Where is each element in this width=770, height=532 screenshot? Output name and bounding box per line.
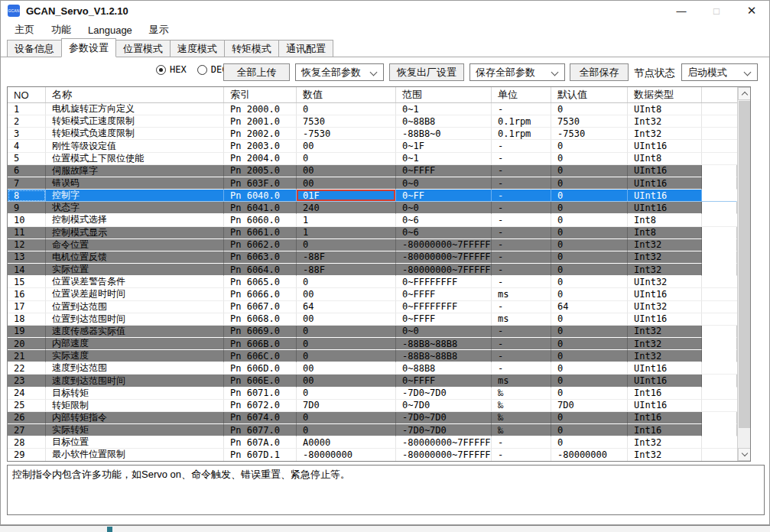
- hex-radio-dot[interactable]: [156, 65, 166, 75]
- table-cell[interactable]: ‰: [492, 424, 551, 436]
- table-cell[interactable]: 最小软件位置限制: [46, 449, 224, 461]
- table-cell[interactable]: UInt16: [628, 288, 702, 300]
- table-cell[interactable]: 20: [8, 338, 46, 350]
- table-cell[interactable]: -88F: [297, 264, 396, 276]
- table-cell[interactable]: 控制字: [46, 190, 224, 202]
- table-cell[interactable]: Int32: [628, 128, 702, 140]
- table-cell[interactable]: UInt16: [628, 177, 702, 190]
- table-cell[interactable]: 0: [297, 153, 396, 165]
- upload-all-button[interactable]: 全部上传: [223, 63, 290, 81]
- table-cell[interactable]: [702, 375, 737, 387]
- table-cell[interactable]: 0: [551, 227, 628, 239]
- table-cell[interactable]: 7D0: [551, 400, 628, 412]
- table-cell[interactable]: [702, 165, 737, 177]
- table-cell[interactable]: 0~6: [396, 227, 492, 239]
- table-cell[interactable]: 00: [297, 140, 396, 152]
- table-cell[interactable]: 0: [297, 239, 396, 251]
- table-cell[interactable]: 0: [551, 264, 628, 276]
- table-cell[interactable]: UInt16: [628, 140, 702, 152]
- table-cell[interactable]: 00: [297, 288, 396, 300]
- scroll-up-button[interactable]: [738, 87, 751, 100]
- menu-item-display[interactable]: 显示: [149, 23, 169, 37]
- table-cell[interactable]: 14: [8, 264, 46, 276]
- tab-comm-config[interactable]: 通讯配置: [278, 40, 333, 57]
- column-header[interactable]: 数据类型: [628, 87, 702, 102]
- table-row[interactable]: 4刚性等级设定值Pn 2003.0000~1F-0UInt16: [8, 140, 737, 152]
- table-cell[interactable]: 13: [8, 251, 46, 264]
- table-cell[interactable]: 状态字: [46, 202, 224, 214]
- column-header[interactable]: 数值: [297, 87, 396, 102]
- table-cell[interactable]: [702, 153, 737, 165]
- table-row[interactable]: 29最小软件位置限制Pn 607D.1-80000000-80000000~7F…: [8, 449, 737, 461]
- table-cell[interactable]: 0: [297, 388, 396, 400]
- table-cell[interactable]: 0~FFFF: [396, 288, 492, 300]
- table-row[interactable]: 1电机旋转正方向定义Pn 2000.000~1-0UInt8: [8, 103, 737, 115]
- table-cell[interactable]: 10: [8, 214, 46, 226]
- table-cell[interactable]: Pn 2002.0: [224, 128, 297, 140]
- table-cell[interactable]: 0~0: [396, 202, 492, 214]
- table-cell[interactable]: 0~FFFFFFFF: [396, 276, 492, 288]
- table-cell[interactable]: -: [492, 190, 551, 202]
- table-row[interactable]: 23速度到达范围时间Pn 606E.0000~FFFFms0UInt16: [8, 375, 737, 387]
- table-cell[interactable]: -7D0~7D0: [396, 388, 492, 400]
- table-cell[interactable]: 位置误差警告条件: [46, 276, 224, 288]
- table-cell[interactable]: 控制模式选择: [46, 214, 224, 226]
- table-cell[interactable]: -: [492, 177, 551, 190]
- table-cell[interactable]: -80000000: [551, 449, 628, 461]
- tab-position-mode[interactable]: 位置模式: [115, 40, 171, 57]
- table-cell[interactable]: 目标转矩: [46, 388, 224, 400]
- table-cell[interactable]: -88B8~88B8: [396, 350, 492, 362]
- table-row[interactable]: 15位置误差警告条件Pn 6065.000~FFFFFFFF-0UInt32: [8, 276, 737, 288]
- table-cell[interactable]: Pn 6072.0: [224, 400, 297, 412]
- table-cell[interactable]: Int8: [628, 214, 702, 226]
- table-cell[interactable]: 伺服故障字: [46, 165, 224, 177]
- table-cell[interactable]: -: [492, 214, 551, 226]
- column-header[interactable]: 名称: [46, 87, 224, 102]
- table-cell[interactable]: 240: [297, 202, 396, 214]
- table-cell[interactable]: 位置误差超时时间: [46, 288, 224, 300]
- table-cell[interactable]: UInt16: [628, 375, 702, 387]
- table-row[interactable]: 20内部速度Pn 606B.00-88B8~88B8-0Int32: [8, 338, 737, 350]
- menu-item-function[interactable]: 功能: [51, 23, 71, 37]
- table-row[interactable]: 9状态字Pn 6041.02400~0-0UInt16: [8, 202, 737, 214]
- table-cell[interactable]: 64: [297, 301, 396, 313]
- column-header[interactable]: 单位: [492, 87, 551, 102]
- taskbar-app-indicator[interactable]: [107, 527, 112, 532]
- table-cell[interactable]: 转矩模式正速度限制: [46, 115, 224, 128]
- table-cell[interactable]: 0: [297, 326, 396, 338]
- table-cell[interactable]: 0: [297, 276, 396, 288]
- table-row[interactable]: 10控制模式选择Pn 6060.010~6-0Int8: [8, 214, 737, 226]
- table-cell[interactable]: 0.1rpm: [492, 128, 551, 140]
- table-cell[interactable]: -: [492, 140, 551, 152]
- table-cell[interactable]: 0: [551, 239, 628, 251]
- table-cell[interactable]: Pn 6065.0: [224, 276, 297, 288]
- table-cell[interactable]: [702, 202, 737, 214]
- table-cell[interactable]: 内部转矩指令: [46, 412, 224, 424]
- table-cell[interactable]: 电机旋转正方向定义: [46, 103, 224, 115]
- table-cell[interactable]: UInt32: [628, 276, 702, 288]
- restore-all-params-combo[interactable]: 恢复全部参数: [295, 63, 384, 81]
- table-cell[interactable]: UInt16: [628, 190, 702, 202]
- table-cell[interactable]: 速度到达范围时间: [46, 375, 224, 387]
- table-cell[interactable]: 0: [297, 424, 396, 436]
- table-cell[interactable]: 0~0: [396, 177, 492, 190]
- start-mode-combo[interactable]: 启动模式: [681, 63, 758, 81]
- table-cell[interactable]: [702, 276, 737, 288]
- menu-item-home[interactable]: 主页: [15, 23, 34, 37]
- table-cell[interactable]: 27: [8, 424, 46, 436]
- table-cell[interactable]: Int8: [628, 227, 702, 239]
- table-cell[interactable]: Pn 6077.0: [224, 424, 297, 436]
- table-cell[interactable]: -7530: [297, 128, 396, 140]
- table-cell[interactable]: Int32: [628, 239, 702, 251]
- table-cell[interactable]: 控制模式显示: [46, 227, 224, 239]
- table-cell[interactable]: 0: [551, 103, 628, 115]
- table-row[interactable]: 25转矩限制Pn 6072.07D00~7D0‰7D0UInt16: [8, 400, 737, 412]
- table-cell[interactable]: -: [492, 350, 551, 362]
- table-cell[interactable]: ms: [492, 313, 551, 326]
- table-row[interactable]: 3转矩模式负速度限制Pn 2002.0-7530-88B8~00.1rpm-75…: [8, 128, 737, 140]
- table-cell[interactable]: UInt32: [628, 301, 702, 313]
- table-cell[interactable]: UInt16: [628, 202, 702, 214]
- table-row[interactable]: 5位置模式上下限位使能Pn 2004.000~1-0UInt8: [8, 153, 737, 165]
- table-cell[interactable]: Int32: [628, 326, 702, 338]
- table-cell[interactable]: ‰: [492, 388, 551, 400]
